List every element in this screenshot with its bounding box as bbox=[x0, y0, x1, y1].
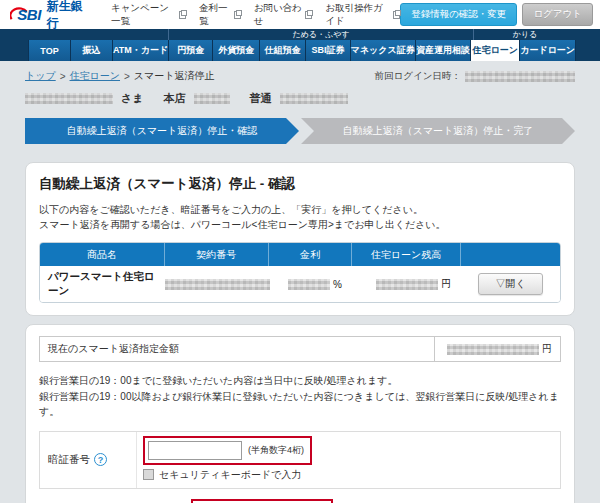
tab-atm-card[interactable]: ATM・カード bbox=[113, 40, 169, 61]
link-rate-list[interactable]: 金利一覧 bbox=[199, 2, 241, 28]
account-number-redacted bbox=[280, 93, 348, 104]
external-link-icon bbox=[234, 11, 241, 19]
action-buttons: 戻る 実行 bbox=[39, 499, 561, 503]
top-header: SBI 新生銀行 キャンペーン一覧 金利一覧 お問い合わせ お取引操作ガイド 登… bbox=[0, 0, 600, 29]
nav-group-labels: ためる・ふやす かりる bbox=[28, 29, 576, 40]
breadcrumb-separator: > bbox=[124, 71, 130, 82]
account-type-label: 普通 bbox=[250, 91, 272, 106]
customer-name-redacted bbox=[25, 93, 113, 104]
pin-input-cell: (半角数字4桁) セキュリティキーボードで入力 bbox=[136, 432, 560, 488]
pin-annotation-box: (半角数字4桁) bbox=[143, 436, 312, 465]
submit-annotation-box: 実行 bbox=[191, 499, 333, 503]
logo-sbi-text: SBI bbox=[17, 6, 41, 23]
link-label: 金利一覧 bbox=[199, 2, 231, 28]
link-campaign-list[interactable]: キャンペーン一覧 bbox=[111, 2, 186, 28]
contract-number-redacted bbox=[165, 279, 270, 290]
tab-foreign-deposit[interactable]: 外貨預金 bbox=[213, 40, 260, 61]
header-buttons: 登録情報の確認・変更 ログアウト bbox=[400, 3, 593, 26]
interest-rate-cell: % bbox=[269, 279, 352, 290]
external-link-icon bbox=[305, 11, 312, 19]
pin-label-cell: 暗証番号 ? bbox=[40, 432, 136, 488]
nav-tabs: TOP 振込 ATM・カード 円預金 外貨預金 仕組預金 SBI証券 マネックス… bbox=[28, 40, 576, 61]
product-name: パワースマート住宅ローン bbox=[40, 270, 165, 298]
security-keyboard-checkbox[interactable] bbox=[143, 469, 154, 480]
col-actions bbox=[461, 243, 560, 266]
link-guide[interactable]: お取引操作ガイド bbox=[325, 2, 400, 28]
breadcrumb-separator: > bbox=[60, 71, 66, 82]
link-label: キャンペーン一覧 bbox=[111, 2, 176, 28]
loan-balance-cell: 円 bbox=[352, 277, 461, 291]
execute-panel: 現在のスマート返済指定金額 円 銀行営業日の19：00までに登録いただいた内容は… bbox=[25, 324, 575, 503]
branch-label: 本店 bbox=[164, 91, 186, 106]
confirm-panel: 自動繰上返済（スマート返済）停止 - 確認 以下の内容をご確認いただき、暗証番号… bbox=[25, 162, 575, 316]
col-product-name: 商品名 bbox=[40, 243, 165, 266]
pin-format-hint: (半角数字4桁) bbox=[248, 444, 304, 457]
external-link-icon bbox=[393, 11, 400, 19]
tab-top[interactable]: TOP bbox=[28, 40, 71, 61]
page-title: 自動繰上返済（スマート返済）停止 - 確認 bbox=[39, 175, 561, 193]
tab-transfer[interactable]: 振込 bbox=[71, 40, 113, 61]
sbi-shinsei-logo[interactable]: SBI 新生銀行 bbox=[10, 0, 87, 32]
step-confirm: 自動繰上返済（スマート返済）停止・確認 bbox=[25, 118, 299, 144]
logo-bank-text: 新生銀行 bbox=[47, 0, 87, 32]
loan-balance-redacted bbox=[376, 279, 438, 290]
security-keyboard-label: セキュリティキーボードで入力 bbox=[159, 468, 301, 482]
pin-input[interactable] bbox=[148, 441, 242, 460]
amount-unit: 円 bbox=[542, 342, 552, 356]
link-contact[interactable]: お問い合わせ bbox=[254, 2, 313, 28]
amount-redacted bbox=[447, 344, 539, 355]
nav-group-save-grow: ためる・ふやす bbox=[168, 29, 474, 40]
loan-table: 商品名 契約番号 金利 住宅ローン残高 パワースマート住宅ローン % 円 bbox=[39, 242, 561, 303]
tab-monex-securities[interactable]: マネックス証券 bbox=[351, 40, 416, 61]
nav-group-spacer bbox=[28, 29, 168, 40]
logout-button[interactable]: ログアウト bbox=[522, 3, 593, 26]
col-interest-rate: 金利 bbox=[269, 243, 352, 266]
pin-form: 暗証番号 ? (半角数字4桁) セキュリティキーボードで入力 bbox=[39, 431, 561, 489]
branch-number-redacted bbox=[194, 93, 230, 104]
amount-label: 現在のスマート返済指定金額 bbox=[40, 337, 435, 361]
tab-yen-deposit[interactable]: 円預金 bbox=[169, 40, 213, 61]
last-login-label: 前回ログイン日時： bbox=[375, 70, 461, 83]
open-cell: ▽開く bbox=[461, 273, 560, 295]
register-info-button[interactable]: 登録情報の確認・変更 bbox=[400, 3, 517, 26]
tab-structured-deposit[interactable]: 仕組預金 bbox=[260, 40, 307, 61]
col-loan-balance: 住宅ローン残高 bbox=[352, 243, 461, 266]
breadcrumb: トップ > 住宅ローン > スマート返済停止 bbox=[25, 69, 215, 83]
col-contract-number: 契約番号 bbox=[165, 243, 269, 266]
help-icon[interactable]: ? bbox=[94, 453, 107, 466]
breadcrumb-row: トップ > 住宅ローン > スマート返済停止 前回ログイン日時： bbox=[0, 61, 600, 83]
tab-home-loan[interactable]: 住宅ローン bbox=[471, 40, 520, 61]
main-nav: ためる・ふやす かりる TOP 振込 ATM・カード 円預金 外貨預金 仕組預金… bbox=[0, 29, 600, 61]
nav-group-borrow: かりる bbox=[474, 29, 576, 40]
tab-sbi-securities[interactable]: SBI証券 bbox=[306, 40, 350, 61]
interest-rate-redacted bbox=[288, 279, 330, 290]
description-line-1: 以下の内容をご確認いただき、暗証番号をご入力の上、「実行」を押してください。 bbox=[39, 202, 561, 217]
banking-page: SBI 新生銀行 キャンペーン一覧 金利一覧 お問い合わせ お取引操作ガイド 登… bbox=[0, 0, 600, 503]
balance-suffix: 円 bbox=[441, 277, 451, 291]
progress-steps: 自動繰上返済（スマート返済）停止・確認 自動繰上返済（スマート返済）停止・完了 bbox=[25, 118, 575, 144]
honorific-label: さま bbox=[121, 91, 144, 106]
link-label: お問い合わせ bbox=[254, 2, 303, 28]
open-details-button[interactable]: ▽開く bbox=[478, 273, 542, 295]
pin-label: 暗証番号 bbox=[48, 453, 90, 467]
amount-value-cell: 円 bbox=[435, 342, 560, 356]
step-complete: 自動繰上返済（スマート返済）停止・完了 bbox=[301, 118, 575, 144]
header-links: キャンペーン一覧 金利一覧 お問い合わせ お取引操作ガイド bbox=[111, 2, 400, 28]
tab-card-loan[interactable]: カードローン bbox=[520, 40, 576, 61]
notice-line-2: 銀行営業日の19：00以降および銀行休業日に登録いただいた内容につきましては、翌… bbox=[39, 389, 561, 420]
last-login-datetime-redacted bbox=[465, 71, 575, 82]
contract-number-cell bbox=[165, 278, 269, 290]
table-row: パワースマート住宅ローン % 円 ▽開く bbox=[40, 266, 560, 302]
breadcrumb-top[interactable]: トップ bbox=[25, 69, 56, 83]
account-info: さま 本店 普通 bbox=[0, 83, 600, 106]
notice-line-1: 銀行営業日の19：00までに登録いただいた内容は当日中に反映/処理されます。 bbox=[39, 373, 561, 389]
processing-notices: 銀行営業日の19：00までに登録いただいた内容は当日中に反映/処理されます。 銀… bbox=[39, 373, 561, 420]
tab-asset-consulting[interactable]: 資産運用相談 bbox=[416, 40, 472, 61]
description-line-2: スマート返済を再開する場合は、パワーコール<住宅ローン専用>までお申し出ください… bbox=[39, 217, 561, 232]
breadcrumb-current: スマート返済停止 bbox=[134, 69, 215, 83]
external-link-icon bbox=[179, 11, 186, 19]
last-login: 前回ログイン日時： bbox=[375, 70, 575, 83]
loan-table-header: 商品名 契約番号 金利 住宅ローン残高 bbox=[40, 243, 560, 266]
breadcrumb-home-loan[interactable]: 住宅ローン bbox=[70, 69, 120, 83]
smart-repayment-amount-row: 現在のスマート返済指定金額 円 bbox=[39, 336, 561, 362]
